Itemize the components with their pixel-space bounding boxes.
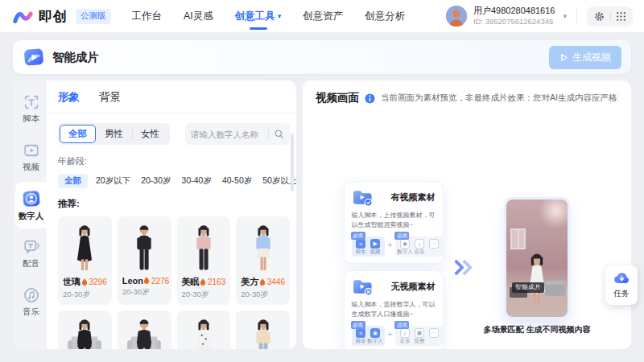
digital-human-photo [58, 311, 112, 349]
flow-input-label: 视频 [370, 249, 381, 255]
flow-input-item: ≡ 脚本 [355, 328, 367, 344]
with-material-title: 有视频素材 [391, 191, 436, 204]
human-age-range: 20-30岁 [58, 288, 112, 305]
without-material-card: 无视频素材 输入脚本，选择数字人，可以生成数字人口播视频~ 必填 ≡ 脚本 [344, 270, 444, 349]
scrollbar-thumb[interactable] [291, 134, 294, 191]
hot-flame-icon [200, 278, 206, 286]
diagram-footnote: 多场景匹配 生成不同视频内容 [484, 324, 591, 335]
apps-grid-icon[interactable] [616, 11, 626, 22]
usage-count: 2163 [200, 278, 225, 286]
smart-film-icon [23, 46, 45, 68]
flow-input-label: 音乐 [414, 249, 424, 255]
flow-input-icon: ◉ [400, 239, 410, 249]
human-name: 世璃 [63, 276, 80, 288]
digital-human-card[interactable]: 美蔓 4475 [177, 311, 231, 349]
divider [610, 11, 611, 21]
user-menu[interactable]: 用户4980280481616 ID: 3952075612624345 [473, 6, 555, 27]
flow-input-item: ◉ 数字人 [398, 239, 411, 255]
required-badge: 必填 [351, 232, 365, 240]
with-material-card: 有视频素材 输入脚本，上传视频素材，可以生成智能混剪视频~ 必填 ≡ 脚本 [344, 181, 444, 264]
flow-input-icon: ⋯ [429, 239, 439, 249]
search-icon[interactable] [274, 129, 284, 139]
digital-human-photo [236, 216, 290, 273]
generate-video-button[interactable]: 生成视频 [549, 46, 621, 69]
nav-item[interactable]: AI灵感 [184, 0, 213, 32]
divider [268, 129, 269, 139]
preview-caption: 智能成片 [512, 282, 544, 293]
plus-icon: + [388, 330, 393, 339]
digital-human-grid: 世璃 3296 20-30岁 Leon [58, 216, 290, 349]
nav-item[interactable]: 工作台 [132, 0, 163, 32]
flow-input-icon: ▣ [415, 328, 424, 338]
video-preview-panel: 视频画面 当前画面为素材预览，非最终成片效果：您对AI生成内容应严格遵循国家相关… [303, 80, 631, 349]
age-filter-option[interactable]: 30-40岁 [180, 174, 214, 188]
gender-filter: 全部 男性 女性 [58, 123, 170, 145]
human-name: Leon [122, 276, 143, 286]
navbar-right: 用户4980280481616 ID: 3952075612624345 ▾ [446, 6, 633, 27]
gender-filter-option[interactable]: 女性 [132, 125, 168, 143]
digital-human-card[interactable]: 美方 3446 20-30岁 [236, 216, 290, 305]
library-tab[interactable]: 形象 [58, 90, 80, 105]
digital-human-photo [177, 311, 231, 349]
human-name: 美眠 [182, 276, 200, 288]
digital-human-card[interactable]: Leon 2276 20-30岁 [118, 216, 171, 305]
digital-human-card[interactable]: 世菲 7304 [58, 311, 112, 349]
digital-human-photo [177, 216, 231, 273]
avatar[interactable] [446, 6, 467, 27]
video-preview-frame: 智能成片 [506, 200, 568, 317]
age-filter-option[interactable]: 全部 [58, 174, 88, 188]
top-navbar: 即创 公测版 工作台 AI灵感 创意工具 ▾ 创意资产 [0, 0, 644, 32]
sidebar-item[interactable]: 脚本 [15, 85, 47, 132]
quick-actions [587, 6, 633, 27]
optional-badge: 选填 [394, 321, 409, 329]
flow-input-item: ⋯ [427, 328, 440, 344]
digital-human-card[interactable]: 才吉 2322 [118, 311, 171, 349]
usage-count: 3296 [81, 278, 107, 286]
plus-icon: + [388, 241, 393, 249]
without-material-desc: 输入脚本，选择数字人，可以生成数字人口播视频~ [352, 300, 436, 319]
age-filter-option[interactable]: 20-30岁 [138, 174, 173, 188]
flow-input-item: ♪ 音乐 [413, 239, 425, 255]
sidebar-item[interactable]: 视频 [15, 134, 47, 180]
beta-badge: 公测版 [76, 9, 111, 24]
logo-text: 即创 [39, 7, 68, 26]
digital-human-card[interactable]: 宁烟 2903 [236, 311, 290, 349]
task-button[interactable]: 任务 [605, 265, 638, 305]
nav-item-label: 创意分析 [365, 10, 405, 23]
flow-input-item: ≡ 脚本 [355, 239, 367, 255]
sidebar-item[interactable]: 音乐 [15, 278, 47, 325]
flow-input-label: 背景 [414, 339, 424, 344]
flow-input-icon: ♪ [415, 239, 424, 249]
digital-human-card[interactable]: 世璃 3296 20-30岁 [58, 216, 112, 305]
nav-item[interactable]: 创意工具 ▾ [235, 0, 282, 32]
nav-item-label: AI灵感 [184, 10, 213, 23]
chevron-down-icon[interactable]: ▾ [563, 12, 567, 20]
nav-item-label: 工作台 [132, 10, 163, 23]
digital-human-card[interactable]: 美眠 2163 20-30岁 [177, 216, 231, 305]
required-group: 必填 ≡ 脚本 ◉ 数字人 [352, 326, 385, 346]
divider [47, 113, 296, 113]
gender-filter-option[interactable]: 全部 [60, 125, 96, 143]
gender-filter-option[interactable]: 男性 [96, 125, 132, 143]
sidebar-item-label: 配音 [23, 258, 39, 269]
optional-group: 选填 ◉ 数字人 ♪ 音乐 [395, 237, 443, 257]
logo-mark-icon [11, 7, 34, 25]
sidebar-item[interactable]: 数字人 [15, 182, 47, 228]
nav-item[interactable]: 创意分析 [365, 0, 405, 32]
age-filter-option[interactable]: 20岁以下 [93, 174, 133, 188]
play-icon [559, 53, 568, 62]
ceiling-light [539, 200, 568, 228]
age-filter-option[interactable]: 40-50岁 [220, 174, 254, 188]
library-tab[interactable]: 背景 [99, 90, 121, 105]
compliance-notice: 当前画面为素材预览，非最终成片效果：您对AI生成内容应严格遵循国家相关法律法规的… [381, 93, 618, 104]
search-input[interactable] [191, 130, 266, 139]
nav-item[interactable]: 创意资产 [303, 0, 343, 32]
age-filter: 全部 20岁以下 20-30岁 30-40岁 40-50岁 50岁以上 [58, 174, 290, 188]
settings-gear-icon[interactable] [593, 10, 605, 23]
required-group: 必填 ≡ 脚本 ▶ 视频 [352, 237, 385, 257]
flow-input-label: 数字人 [367, 339, 383, 344]
app-logo[interactable]: 即创 [11, 7, 68, 26]
flow-input-icon: ≡ [356, 239, 365, 249]
hot-flame-icon [81, 278, 88, 286]
sidebar-item[interactable]: 配音 [15, 230, 47, 277]
